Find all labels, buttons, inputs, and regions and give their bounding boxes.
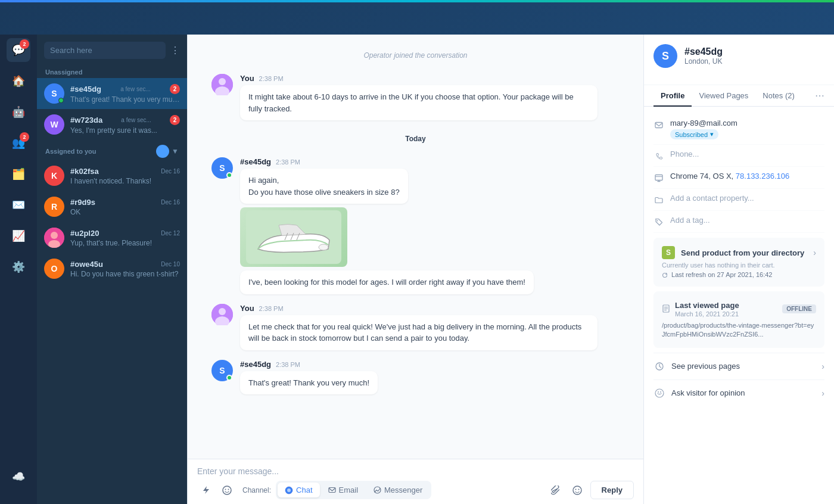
- nav-analytics[interactable]: 📈: [7, 224, 30, 248]
- contacts-badge: 2: [20, 132, 29, 142]
- subscribed-chevron: ▾: [710, 130, 714, 138]
- agent-avatar-2: [211, 304, 233, 325]
- nav-home[interactable]: 🏠: [7, 69, 30, 93]
- assigned-avatar: [156, 145, 169, 158]
- reply-button[interactable]: Reply: [590, 481, 634, 499]
- conv-info-se45dg: #se45dg a few sec... 2 That's great! Tha…: [70, 84, 180, 104]
- conv-name: #u2pl20: [70, 229, 99, 238]
- message-input[interactable]: [197, 466, 634, 476]
- add-tag-placeholder[interactable]: Add a tag...: [670, 216, 824, 225]
- cloud-icon: ☁️: [12, 470, 25, 483]
- opinion-icon: [653, 387, 665, 399]
- conv-time: Dec 16: [161, 199, 180, 206]
- msg-time: 2:38 PM: [259, 305, 284, 312]
- nav-bot[interactable]: 🤖: [7, 100, 30, 124]
- nav-help[interactable]: ☁️: [7, 465, 30, 489]
- tab-profile[interactable]: Profile: [653, 85, 692, 107]
- search-input[interactable]: [44, 42, 166, 59]
- browser-value: Chrome 74, OS X, 78.133.236.106: [670, 172, 824, 181]
- nav-settings[interactable]: ⚙️: [7, 255, 30, 279]
- add-contact-placeholder[interactable]: Add a contact property...: [670, 194, 824, 203]
- top-bar: [0, 0, 834, 35]
- tab-notes[interactable]: Notes (2): [755, 85, 801, 107]
- lv-date: March 16, 2021 20:21: [675, 310, 739, 318]
- agent-avatar: [211, 74, 233, 95]
- channel-tab-email[interactable]: Email: [321, 483, 366, 497]
- nav-email[interactable]: ✉️: [7, 193, 30, 217]
- emoji-button[interactable]: [569, 482, 586, 499]
- conv-info-owe45u: #owe45u Dec 10 Hi. Do you have this gree…: [70, 260, 180, 278]
- conv-item-r9d9s[interactable]: R #r9d9s Dec 16 OK: [37, 191, 187, 222]
- shopify-icon: S: [662, 246, 675, 259]
- nav-contacts[interactable]: 👥 2: [7, 131, 30, 155]
- conv-item-u2pl20[interactable]: #u2pl20 Dec 12 Yup, that's true. Pleasur…: [37, 222, 187, 253]
- tag-icon: [653, 217, 664, 228]
- msg-sender: You: [240, 304, 254, 313]
- conv-time: Dec 10: [161, 261, 180, 267]
- online-indicator: [58, 98, 64, 103]
- svg-rect-35: [655, 123, 662, 128]
- avatar-se45dg: S: [44, 83, 64, 104]
- ask-opinion-row[interactable]: Ask visitor for opinion ›: [653, 379, 824, 406]
- envelope-icon: [655, 121, 663, 129]
- conv-item-se45dg[interactable]: S #se45dg a few sec... 2 That's great! T…: [37, 78, 187, 109]
- conv-item-owe45u[interactable]: O #owe45u Dec 10 Hi. Do you have this gr…: [37, 253, 187, 284]
- conv-time: Dec 16: [161, 168, 180, 175]
- channel-tab-chat[interactable]: Chat: [278, 483, 319, 497]
- visitor-online-dot: [226, 172, 232, 178]
- lv-title: Last viewed page: [675, 301, 739, 310]
- visitor-avatar-2: S: [211, 360, 233, 381]
- lightning-icon-button[interactable]: [197, 482, 214, 499]
- shopify-card-row: S Send product from your directory ›: [662, 246, 816, 259]
- phone-detail-icon: [655, 153, 663, 160]
- svg-point-34: [578, 489, 579, 490]
- profile-name: #se45dg: [684, 46, 723, 57]
- see-previous-row[interactable]: See previous pages ›: [653, 353, 824, 379]
- see-previous-left: See previous pages: [653, 360, 740, 372]
- see-previous-chevron-icon: ›: [821, 362, 824, 371]
- page-icon: [662, 304, 670, 313]
- message-row-3: You 2:38 PM Let me check that for you re…: [211, 304, 620, 350]
- svg-point-29: [287, 489, 291, 492]
- assigned-chevron-icon[interactable]: ▼: [172, 147, 179, 155]
- conv-menu-button[interactable]: ⋮: [170, 45, 180, 56]
- folder-icon: [653, 195, 664, 206]
- svg-point-33: [575, 489, 576, 490]
- analytics-icon: 📈: [12, 229, 25, 242]
- avatar-owe45u: O: [44, 259, 64, 279]
- emoji-toolbar-icon: [222, 486, 232, 495]
- visitor-online-dot-2: [226, 375, 232, 381]
- messenger-tab-label: Messenger: [384, 486, 422, 494]
- folder-detail-icon: [655, 196, 663, 204]
- emoji-toolbar-button[interactable]: [219, 482, 235, 499]
- lv-title-row: Last viewed page March 16, 2021 20:21: [662, 300, 739, 318]
- shopify-refresh: Last refresh on 27 Apr 2021, 16:42: [662, 271, 816, 278]
- svg-point-48: [660, 391, 661, 393]
- conv-item-w723da[interactable]: W #w723da a few sec... 2 Yes, I'm pretty…: [37, 109, 187, 140]
- svg-point-46: [655, 389, 664, 397]
- see-previous-label: See previous pages: [671, 362, 740, 371]
- msg-time: 2:38 PM: [276, 361, 300, 368]
- profile-location: London, UK: [684, 57, 723, 66]
- channel-tab-messenger[interactable]: Messenger: [366, 483, 430, 497]
- shopify-card[interactable]: S Send product from your directory › Cur…: [653, 238, 824, 287]
- subscribed-badge[interactable]: Subscribed ▾: [670, 129, 718, 139]
- msg-content-3: You 2:38 PM Let me check that for you re…: [240, 304, 598, 350]
- conv-preview: Yup, that's true. Pleasure!: [70, 239, 180, 247]
- svg-point-32: [573, 486, 581, 494]
- conv-preview: OK: [70, 208, 180, 216]
- subscribed-label: Subscribed: [675, 131, 708, 138]
- svg-point-40: [657, 220, 658, 222]
- attachment-button[interactable]: [547, 482, 564, 499]
- browser-icon: [653, 173, 664, 183]
- tab-viewed-pages[interactable]: Viewed Pages: [692, 85, 755, 107]
- search-area: ⋮: [37, 35, 187, 64]
- avatar-k02fsa: K: [44, 166, 64, 186]
- offline-badge: OFFLINE: [782, 304, 816, 313]
- nav-chat[interactable]: 💬 2: [7, 38, 30, 62]
- avatar-w723da: W: [44, 114, 64, 135]
- conv-preview: I haven't noticed. Thanks!: [70, 177, 180, 185]
- conv-item-k02fsa[interactable]: K #k02fsa Dec 16 I haven't noticed. Than…: [37, 160, 187, 191]
- tabs-more-button[interactable]: ⋯: [815, 90, 824, 101]
- nav-files[interactable]: 🗂️: [7, 162, 30, 186]
